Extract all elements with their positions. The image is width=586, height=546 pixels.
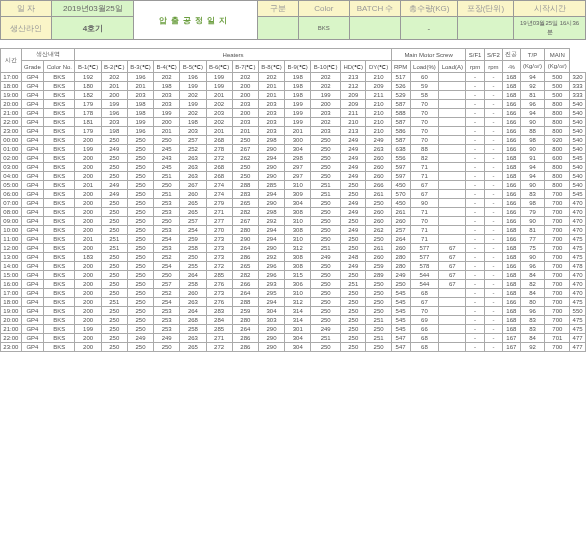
table-cell: - — [466, 181, 484, 190]
table-cell: - — [484, 73, 502, 82]
table-cell: 547 — [391, 334, 410, 343]
table-cell: 211 — [366, 91, 391, 100]
table-cell: GP4 — [21, 325, 43, 334]
table-cell: 267 — [180, 181, 206, 190]
table-cell: 253 — [154, 316, 180, 325]
table-cell: 88 — [520, 127, 545, 136]
table-cell: 588 — [391, 109, 410, 118]
table-cell: 249 — [101, 181, 127, 190]
table-cell: 199 — [75, 325, 101, 334]
col-hd: HD(℃) — [340, 61, 366, 73]
table-cell: 260 — [366, 217, 391, 226]
table-cell: 200 — [232, 109, 258, 118]
table-cell: 07:00 — [1, 199, 22, 208]
table-cell: 202 — [101, 73, 127, 82]
table-cell: 203 — [232, 118, 258, 127]
col-vacsub: -% — [503, 61, 521, 73]
table-cell: 800 — [545, 181, 570, 190]
table-cell — [439, 109, 466, 118]
table-cell: 250 — [311, 298, 341, 307]
table-cell: 250 — [127, 298, 153, 307]
table-cell: 198 — [127, 100, 153, 109]
table-cell: 58 — [410, 91, 439, 100]
table-cell: GP4 — [21, 334, 43, 343]
table-cell: - — [484, 118, 502, 127]
table-cell: BKS — [44, 307, 75, 316]
table-cell: 199 — [180, 100, 206, 109]
table-cell: 199 — [285, 118, 311, 127]
table-row: 07:00GP4BKS20025025025326527926529030425… — [1, 199, 586, 208]
table-cell: 478 — [570, 262, 586, 271]
table-cell: 200 — [75, 280, 101, 289]
table-cell: 67 — [439, 280, 466, 289]
table-cell: 294 — [258, 235, 284, 244]
line-label: 생산라인 — [1, 17, 52, 40]
table-cell: 280 — [391, 253, 410, 262]
table-cell: 94 — [520, 73, 545, 82]
table-cell: - — [484, 145, 502, 154]
table-cell: 545 — [391, 316, 410, 325]
table-cell — [439, 235, 466, 244]
table-cell: 296 — [258, 262, 284, 271]
table-cell: 200 — [154, 118, 180, 127]
table-cell: 298 — [258, 136, 284, 145]
table-cell: 250 — [101, 343, 127, 352]
table-cell: 800 — [545, 163, 570, 172]
table-cell: - — [466, 82, 484, 91]
table-cell: 90 — [520, 253, 545, 262]
table-cell: - — [466, 262, 484, 271]
table-cell: 83 — [520, 316, 545, 325]
table-cell: 68 — [410, 289, 439, 298]
table-cell: 540 — [570, 163, 586, 172]
table-cell: 196 — [180, 73, 206, 82]
table-cell: 249 — [340, 262, 366, 271]
table-cell: 203 — [154, 91, 180, 100]
table-cell: 290 — [258, 334, 284, 343]
table-cell: 249 — [340, 163, 366, 172]
table-cell: - — [466, 325, 484, 334]
table-cell: 265 — [232, 262, 258, 271]
pack-label: 포장(단위) — [457, 1, 513, 17]
table-cell: 470 — [570, 217, 586, 226]
table-cell: 250 — [311, 316, 341, 325]
table-cell: 90 — [520, 217, 545, 226]
table-cell: 286 — [232, 334, 258, 343]
line-value: 4호기 — [52, 17, 134, 40]
table-cell — [439, 208, 466, 217]
table-cell: 268 — [206, 163, 232, 172]
table-cell: 251 — [340, 280, 366, 289]
table-cell — [439, 316, 466, 325]
table-cell: BKS — [44, 343, 75, 352]
table-cell: 259 — [232, 307, 258, 316]
table-cell: 545 — [570, 190, 586, 199]
table-cell — [439, 91, 466, 100]
table-cell: 249 — [311, 253, 341, 262]
table-cell: 166 — [503, 235, 521, 244]
table-cell: 292 — [258, 253, 284, 262]
table-cell: 263 — [180, 172, 206, 181]
table-cell: 250 — [311, 172, 341, 181]
table-cell: 81 — [520, 226, 545, 235]
table-cell: 249 — [340, 226, 366, 235]
table-cell: 475 — [570, 325, 586, 334]
table-cell: BKS — [44, 82, 75, 91]
table-cell: 249 — [101, 145, 127, 154]
table-cell: 250 — [101, 154, 127, 163]
table-cell: 201 — [75, 181, 101, 190]
table-cell: 470 — [570, 226, 586, 235]
table-cell: - — [466, 253, 484, 262]
weight-label: 총수량(KG) — [401, 1, 457, 17]
table-cell: 168 — [503, 271, 521, 280]
table-cell: 202 — [232, 73, 258, 82]
table-cell: 700 — [545, 253, 570, 262]
table-cell: 253 — [154, 208, 180, 217]
table-cell: 700 — [545, 307, 570, 316]
col-colorno: Color No. — [44, 61, 75, 73]
table-cell: 250 — [340, 343, 366, 352]
table-row: 19:00GP4BKS20025025025326428325930431425… — [1, 307, 586, 316]
col-dy: DY(℃) — [366, 61, 391, 73]
table-cell: 250 — [311, 199, 341, 208]
table-cell: 475 — [570, 235, 586, 244]
table-cell: 450 — [391, 199, 410, 208]
table-cell: 90 — [410, 199, 439, 208]
